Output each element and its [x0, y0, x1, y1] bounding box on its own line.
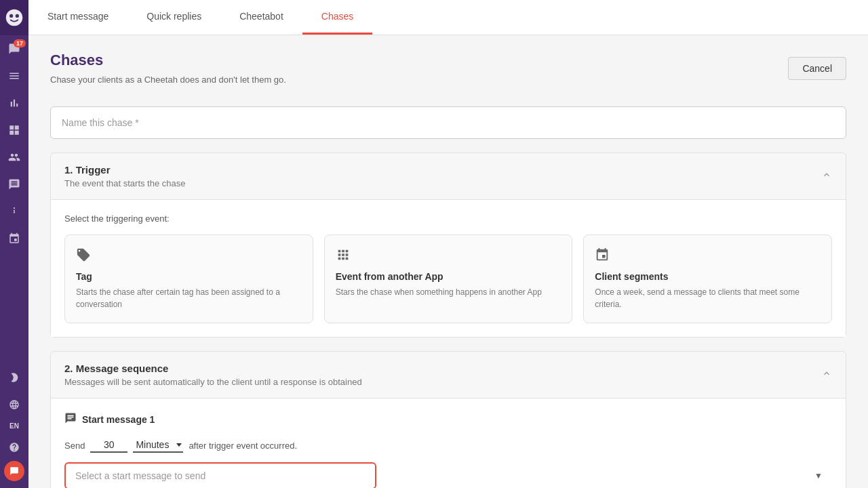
trigger-cards: Tag Starts the chase after certain tag h…	[64, 235, 832, 323]
message-sequence-collapse-toggle[interactable]	[821, 368, 832, 382]
trigger-app-title: Event from another App	[336, 271, 561, 282]
svg-point-2	[16, 14, 19, 18]
send-number-input[interactable]	[90, 438, 127, 453]
top-nav: Start message Quick replies Cheetabot Ch…	[28, 0, 868, 35]
chase-name-input[interactable]	[62, 117, 835, 128]
trigger-tag-desc: Starts the chase after certain tag has b…	[76, 286, 302, 310]
page-content: Chases Chase your clients as a Cheetah d…	[28, 35, 868, 488]
start-message-header: Start message 1	[64, 412, 832, 427]
sidebar-language-label[interactable]: EN	[9, 418, 19, 434]
message-sequence-subtitle: Messages will be sent automatically to t…	[64, 377, 362, 387]
sidebar-logo[interactable]	[0, 0, 28, 35]
sidebar-bottom: EN	[0, 364, 28, 488]
page-title: Chases	[50, 52, 286, 69]
svg-point-0	[6, 9, 23, 26]
sidebar-moon-icon[interactable]	[0, 364, 28, 391]
message-sequence-header: 2. Message sequence Messages will be sen…	[51, 352, 846, 398]
message-sequence-body: Start message 1 Send Minutes Hours Days …	[51, 398, 846, 488]
sidebar-globe-icon[interactable]	[0, 391, 28, 418]
segments-icon	[595, 247, 821, 266]
trigger-card-app[interactable]: Event from another App Stars the chase w…	[324, 235, 573, 323]
tab-chases[interactable]: Chases	[302, 0, 372, 35]
trigger-collapse-toggle[interactable]	[821, 169, 832, 183]
svg-point-1	[9, 14, 13, 18]
trigger-section-title: 1. Trigger	[64, 164, 186, 176]
send-label-before: Send	[64, 441, 85, 451]
tab-quick-replies[interactable]: Quick replies	[127, 0, 220, 35]
tab-cheetabot[interactable]: Cheetabot	[220, 0, 302, 35]
chat-bubble-button[interactable]	[4, 461, 24, 481]
sidebar: 17 EN	[0, 0, 28, 488]
sidebar-comments-icon[interactable]	[0, 171, 28, 198]
app-icon	[336, 247, 561, 266]
trigger-card-tag[interactable]: Tag Starts the chase after certain tag h…	[64, 235, 313, 323]
notification-badge: 17	[14, 39, 26, 47]
tag-icon	[76, 247, 302, 266]
send-unit-select[interactable]: Minutes Hours Days	[133, 438, 183, 453]
tab-start-message[interactable]: Start message	[28, 0, 127, 35]
start-message-title: Start message 1	[82, 414, 155, 425]
send-label-after: after trigger event occurred.	[189, 441, 297, 451]
start-message-icon	[64, 412, 77, 427]
sidebar-analytics-icon[interactable]	[0, 89, 28, 117]
trigger-section-subtitle: The event that starts the chase	[64, 178, 186, 188]
sidebar-menu-icon[interactable]	[0, 62, 28, 89]
trigger-tag-title: Tag	[76, 271, 302, 282]
trigger-section-header: 1. Trigger The event that starts the cha…	[51, 153, 846, 199]
trigger-card-segments[interactable]: Client segments Once a week, send a mess…	[583, 235, 832, 323]
sidebar-grid-icon[interactable]	[0, 117, 28, 144]
send-timing-row: Send Minutes Hours Days after trigger ev…	[64, 438, 832, 453]
cancel-button[interactable]: Cancel	[788, 57, 846, 80]
select-message-wrapper: Select a start message to send ▼	[64, 462, 832, 488]
trigger-segments-title: Client segments	[595, 271, 821, 282]
sidebar-settings-icon[interactable]	[0, 198, 28, 225]
select-arrow-icon: ▼	[814, 471, 823, 481]
main-content: Start message Quick replies Cheetabot Ch…	[28, 0, 868, 488]
sidebar-chat-icon[interactable]: 17	[0, 35, 28, 62]
trigger-section: 1. Trigger The event that starts the cha…	[50, 152, 846, 338]
trigger-options-label: Select the triggering event:	[64, 214, 832, 224]
sidebar-users-icon[interactable]	[0, 144, 28, 171]
page-subtitle: Chase your clients as a Cheetah does and…	[50, 75, 286, 85]
message-sequence-title: 2. Message sequence	[64, 363, 362, 374]
trigger-segments-desc: Once a week, send a message to clients t…	[595, 286, 821, 310]
sidebar-help-icon[interactable]	[0, 434, 28, 461]
message-sequence-section: 2. Message sequence Messages will be sen…	[50, 351, 846, 488]
name-input-wrapper	[50, 106, 846, 139]
select-message-dropdown[interactable]: Select a start message to send	[64, 462, 376, 488]
sidebar-calendar-icon[interactable]	[0, 225, 28, 252]
trigger-app-desc: Stars the chase when something happens i…	[336, 286, 561, 298]
trigger-options-area: Select the triggering event: Tag Starts …	[51, 199, 846, 337]
